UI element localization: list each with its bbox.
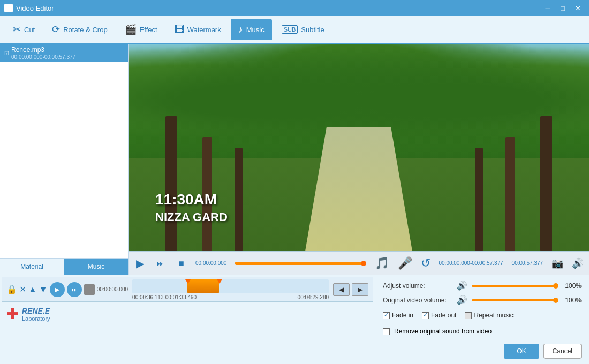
tree-trunk: [235, 148, 243, 252]
tab-watermark[interactable]: 🎞 Watermark: [167, 19, 229, 40]
tree-trunk: [165, 116, 177, 251]
move-up-button[interactable]: ▲: [28, 285, 37, 294]
timeline-marker-1[interactable]: [185, 279, 191, 284]
refresh-icon[interactable]: ↺: [421, 256, 431, 270]
lock-button[interactable]: 🔒: [6, 284, 17, 294]
music-icon: ♪: [238, 24, 243, 35]
filename: Renee.mp3: [11, 46, 75, 54]
tree-trunk: [540, 116, 552, 251]
original-volume-row: Original video volume: 🔊 100%: [383, 295, 582, 305]
tree-trunk: [505, 137, 515, 251]
adjust-volume-value: 100%: [563, 282, 582, 290]
adjust-volume-row: Adjust volume: 🔊 100%: [383, 280, 582, 291]
close-button[interactable]: ✕: [571, 2, 585, 14]
bottom-area: 🔒 ✕ ▲ ▼ ▶ ⏭ 00:00:00.000: [0, 275, 589, 364]
window-controls: ─ □ ✕: [541, 2, 585, 14]
remove-sound-row: Remove original sound from video: [383, 325, 582, 337]
panel-buttons: Material Music: [0, 258, 128, 275]
subtitle-icon: SUB: [282, 25, 298, 34]
tl-time-end: 00:04:29.280: [298, 294, 329, 300]
play-next-button[interactable]: ⏭: [155, 258, 167, 269]
fade-in-cb[interactable]: [383, 312, 390, 319]
trim-right-button[interactable]: ▶: [352, 283, 368, 296]
video-preview: 11:30AM NIZZA GARD: [129, 44, 589, 251]
progress-thumb[interactable]: [361, 261, 366, 266]
repeat-music-checkbox[interactable]: Repeat music: [465, 312, 513, 319]
volume-icon-1: 🔊: [457, 280, 467, 291]
volume-icon-2: 🔊: [457, 295, 467, 305]
add-music-icon[interactable]: 🎵: [375, 256, 389, 270]
delete-button[interactable]: ✕: [19, 284, 26, 294]
fade-out-cb[interactable]: [422, 312, 429, 319]
volume-icon-main[interactable]: 🔊: [572, 257, 584, 269]
ok-button[interactable]: OK: [504, 344, 539, 359]
cancel-button[interactable]: Cancel: [543, 344, 582, 359]
tab-effect[interactable]: 🎬 Effect: [117, 19, 165, 40]
tab-rotate-crop[interactable]: ⟳ Rotate & Crop: [44, 19, 115, 40]
play-button[interactable]: ▶: [134, 256, 146, 271]
video-overlay-time: 11:30AM: [155, 191, 217, 208]
timeline-track-container: 00:00:36.113-00:01:33.490 00:04:29.280: [130, 278, 331, 300]
adjust-volume-slider[interactable]: [472, 282, 558, 290]
video-progress[interactable]: [235, 262, 366, 265]
trim-left-button[interactable]: ◀: [333, 283, 350, 296]
timeline-track[interactable]: [132, 279, 329, 293]
file-icon: ☑: [4, 50, 9, 56]
timeline-segment[interactable]: [187, 279, 219, 293]
app-icon: [4, 4, 13, 12]
fade-out-label: Fade out: [431, 312, 456, 319]
timeline-stop-button[interactable]: [84, 284, 95, 295]
add-person-icon[interactable]: 🎤: [398, 256, 412, 270]
timeline-controls: 🔒 ✕ ▲ ▼ ▶ ⏭ 00:00:00.000: [2, 277, 373, 302]
music-tab-btn[interactable]: Music: [64, 259, 128, 275]
checkbox-row: Fade in Fade out Repeat music: [383, 309, 582, 321]
logo-sub: Laboratory: [22, 315, 50, 322]
fade-out-checkbox[interactable]: Fade out: [422, 312, 456, 319]
remove-sound-label: Remove original sound from video: [394, 328, 492, 335]
video-overlay-place: NIZZA GARD: [155, 210, 228, 224]
right-panel: Adjust volume: 🔊 100% Original video vol…: [375, 275, 589, 364]
timeline-section: 🔒 ✕ ▲ ▼ ▶ ⏭ 00:00:00.000: [0, 275, 375, 364]
stop-button[interactable]: ⏹: [175, 258, 187, 269]
remove-sound-cb[interactable]: [383, 328, 390, 335]
video-area: 11:30AM NIZZA GARD ▶ ⏭ ⏹ 00:00:00.000: [129, 44, 589, 275]
fade-in-label: Fade in: [392, 312, 413, 319]
tab-cut[interactable]: ✂ Cut: [5, 19, 42, 40]
content-area: ☑ Renee.mp3 00:00:00.000-00:00:57.377 Ma…: [0, 44, 589, 275]
tab-music[interactable]: ♪ Music: [231, 19, 272, 40]
material-tab-btn[interactable]: Material: [0, 259, 64, 275]
repeat-music-cb[interactable]: [465, 312, 472, 319]
maximize-button[interactable]: □: [556, 2, 570, 14]
title-bar: Video Editor ─ □ ✕: [0, 0, 589, 16]
file-list-area: [0, 62, 128, 258]
timeline-labels: 00:00:36.113-00:01:33.490 00:04:29.280: [130, 294, 331, 300]
camera-icon[interactable]: 📷: [552, 257, 563, 269]
action-buttons: OK Cancel: [383, 342, 582, 359]
move-down-button[interactable]: ▼: [39, 285, 48, 294]
timestamp: 00:00:00.000-00:00:57.377: [11, 54, 75, 60]
file-item[interactable]: ☑ Renee.mp3 00:00:00.000-00:00:57.377: [0, 44, 128, 62]
fade-in-checkbox[interactable]: Fade in: [383, 312, 413, 319]
original-volume-slider[interactable]: [472, 297, 558, 304]
timeline-marker-2[interactable]: [217, 279, 222, 284]
video-time-end: 00:00:57.377: [512, 260, 543, 266]
logo-cross-icon: ✚: [6, 305, 19, 323]
video-scene: 11:30AM NIZZA GARD: [129, 44, 589, 251]
app-title: Video Editor: [16, 4, 54, 12]
main-container: ✂ Cut ⟳ Rotate & Crop 🎬 Effect 🎞 Waterma…: [0, 16, 589, 364]
tl-time-mid: 00:00:36.113-00:01:33.490: [132, 294, 197, 300]
tab-subtitle[interactable]: SUB Subtitle: [274, 19, 332, 40]
logo-area: ✚ RENE.E Laboratory: [2, 302, 373, 326]
video-toolbar: ▶ ⏭ ⏹ 00:00:00.000 🎵 🎤 ↺ 00:00:00.000-00…: [129, 251, 589, 275]
cut-icon: ✂: [13, 24, 21, 35]
minimize-button[interactable]: ─: [541, 2, 555, 14]
repeat-music-label: Repeat music: [474, 312, 513, 319]
video-time-range: 00:00:00.000-00:00:57.377: [439, 260, 503, 266]
rotate-icon: ⟳: [52, 24, 60, 35]
timeline-play-button[interactable]: ▶: [50, 282, 65, 297]
left-panel: ☑ Renee.mp3 00:00:00.000-00:00:57.377 Ma…: [0, 44, 129, 275]
watermark-icon: 🎞: [175, 24, 184, 35]
adjust-volume-label: Adjust volume:: [383, 282, 452, 290]
timeline-play-next-button[interactable]: ⏭: [67, 282, 82, 297]
effect-icon: 🎬: [125, 24, 137, 35]
